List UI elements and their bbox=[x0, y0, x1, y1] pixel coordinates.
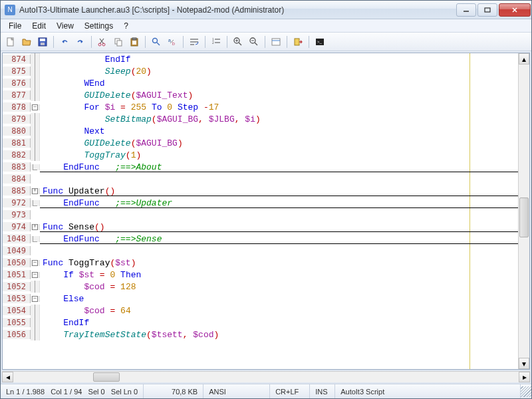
close-button[interactable] bbox=[499, 3, 531, 17]
fold-gutter[interactable] bbox=[31, 281, 40, 293]
code-text[interactable]: Sleep(20) bbox=[40, 66, 518, 76]
code-text[interactable]: SetBitmap($AGUI_BG, $JLBG, $i) bbox=[40, 114, 518, 124]
code-text[interactable]: $cod = 64 bbox=[40, 306, 518, 316]
code-line[interactable]: 879 SetBitmap($AGUI_BG, $JLBG, $i) bbox=[3, 113, 518, 125]
code-line[interactable]: 1050−Func ToggTray($st) bbox=[3, 257, 518, 269]
code-line[interactable]: 885+Func Updater() bbox=[3, 185, 518, 197]
code-text[interactable]: Func ToggTray($st) bbox=[40, 258, 518, 268]
scroll-track-h[interactable] bbox=[13, 372, 519, 382]
status-encoding[interactable]: ANSI bbox=[203, 384, 270, 398]
menu-help[interactable]: ? bbox=[118, 20, 134, 32]
code-text[interactable]: If $st = 0 Then bbox=[40, 270, 518, 280]
code-line[interactable]: 1048 EndFunc ;==>Sense bbox=[3, 233, 518, 245]
code-area[interactable]: 874 EndIf875 Sleep(20)876 WEnd877 GUIDel… bbox=[3, 53, 518, 369]
code-text[interactable]: EndIf bbox=[40, 55, 518, 65]
fold-gutter[interactable] bbox=[31, 149, 40, 161]
fold-gutter[interactable] bbox=[31, 164, 40, 170]
fold-gutter[interactable] bbox=[31, 65, 40, 77]
scheme-button[interactable] bbox=[269, 35, 283, 49]
code-text[interactable]: $cod = 128 bbox=[40, 282, 518, 292]
fold-gutter[interactable]: − bbox=[31, 260, 40, 266]
minimize-button[interactable] bbox=[456, 3, 476, 17]
resize-grip[interactable] bbox=[521, 386, 531, 397]
redo-button[interactable] bbox=[73, 35, 88, 49]
code-text[interactable]: Func Sense() bbox=[40, 222, 518, 232]
status-ovr[interactable]: INS bbox=[310, 384, 335, 398]
fold-gutter[interactable] bbox=[31, 113, 40, 125]
code-text[interactable]: GUIDelete($AGUI_BG) bbox=[40, 138, 518, 148]
undo-button[interactable] bbox=[57, 35, 72, 49]
code-line[interactable]: 1053− Else bbox=[3, 293, 518, 305]
linenum-button[interactable]: 12 bbox=[209, 35, 223, 49]
code-line[interactable]: 874 EndIf bbox=[3, 53, 518, 65]
code-line[interactable]: 974+Func Sense() bbox=[3, 221, 518, 233]
code-line[interactable]: 876 WEnd bbox=[3, 77, 518, 89]
fold-gutter[interactable] bbox=[31, 317, 40, 329]
code-line[interactable]: 1049 bbox=[3, 245, 518, 257]
status-size[interactable]: 70,8 KB bbox=[144, 384, 203, 398]
fold-gutter[interactable] bbox=[31, 137, 40, 149]
code-line[interactable]: 1051− If $st = 0 Then bbox=[3, 269, 518, 281]
titlebar[interactable]: N AutoIT3-Ultimate Launcher.au3 [C:\scri… bbox=[1, 1, 531, 19]
code-text[interactable]: EndFunc ;==>Sense bbox=[40, 234, 518, 244]
fold-gutter[interactable] bbox=[31, 200, 40, 206]
wordwrap-button[interactable] bbox=[187, 35, 201, 49]
horizontal-scrollbar[interactable]: ◂ ▸ bbox=[2, 371, 530, 382]
zoom-out-button[interactable] bbox=[247, 35, 261, 49]
code-line[interactable]: 880 Next bbox=[3, 125, 518, 137]
code-line[interactable]: 875 Sleep(20) bbox=[3, 65, 518, 77]
fold-collapse-icon[interactable]: − bbox=[32, 296, 38, 302]
code-line[interactable]: 1056 TrayItemSetState($tsett, $cod) bbox=[3, 329, 518, 340]
code-line[interactable]: 884 bbox=[3, 173, 518, 185]
fold-collapse-icon[interactable]: − bbox=[32, 272, 38, 278]
scroll-right-button[interactable]: ▸ bbox=[519, 372, 530, 382]
code-line[interactable]: 883 EndFunc ;==>About bbox=[3, 161, 518, 173]
paste-button[interactable] bbox=[127, 35, 142, 49]
fold-collapse-icon[interactable]: − bbox=[32, 104, 38, 110]
zoom-in-button[interactable] bbox=[231, 35, 245, 49]
code-line[interactable]: 878− For $i = 255 To 0 Step -17 bbox=[3, 101, 518, 113]
scroll-down-button[interactable]: ▾ bbox=[519, 358, 529, 369]
code-text[interactable]: GUIDelete($AGUI_Text) bbox=[40, 90, 518, 100]
code-line[interactable]: 877 GUIDelete($AGUI_Text) bbox=[3, 89, 518, 101]
new-file-button[interactable] bbox=[3, 35, 18, 49]
fold-gutter[interactable]: + bbox=[31, 224, 40, 230]
code-line[interactable]: 1052 $cod = 128 bbox=[3, 281, 518, 293]
menu-file[interactable]: File bbox=[3, 20, 27, 32]
code-text[interactable]: Next bbox=[40, 126, 518, 136]
maximize-button[interactable] bbox=[477, 3, 497, 17]
code-line[interactable]: 1054 $cod = 64 bbox=[3, 305, 518, 317]
code-text[interactable]: TrayItemSetState($tsett, $cod) bbox=[40, 330, 518, 340]
menu-settings[interactable]: Settings bbox=[79, 20, 118, 32]
fold-gutter[interactable]: − bbox=[31, 104, 40, 110]
fold-gutter[interactable]: + bbox=[31, 188, 40, 194]
fold-gutter[interactable]: − bbox=[31, 296, 40, 302]
exit-button[interactable] bbox=[291, 35, 305, 49]
code-text[interactable]: For $i = 255 To 0 Step -17 bbox=[40, 102, 518, 112]
fold-collapse-icon[interactable]: − bbox=[32, 260, 38, 266]
fold-gutter[interactable] bbox=[31, 236, 40, 242]
scroll-left-button[interactable]: ◂ bbox=[2, 372, 13, 382]
code-text[interactable]: Else bbox=[40, 294, 518, 304]
fold-gutter[interactable] bbox=[31, 329, 40, 340]
status-eol[interactable]: CR+LF bbox=[270, 384, 310, 398]
save-button[interactable] bbox=[35, 35, 50, 49]
fold-gutter[interactable] bbox=[31, 89, 40, 101]
scroll-thumb-h[interactable] bbox=[93, 372, 120, 382]
code-line[interactable]: 881 GUIDelete($AGUI_BG) bbox=[3, 137, 518, 149]
code-line[interactable]: 882 ToggTray(1) bbox=[3, 149, 518, 161]
status-language[interactable]: AutoIt3 Script bbox=[335, 384, 521, 398]
fold-gutter[interactable] bbox=[31, 53, 40, 65]
status-position[interactable]: Ln 1 / 1.988 Col 1 / 94 Sel 0 Sel Ln 0 bbox=[1, 384, 144, 398]
replace-button[interactable]: ab bbox=[165, 35, 180, 49]
fold-expand-icon[interactable]: + bbox=[32, 224, 38, 230]
cut-button[interactable] bbox=[95, 35, 110, 49]
vertical-scrollbar[interactable]: ▴ ▾ bbox=[518, 53, 529, 369]
menu-edit[interactable]: Edit bbox=[27, 20, 51, 32]
menu-view[interactable]: View bbox=[51, 20, 79, 32]
copy-button[interactable] bbox=[111, 35, 126, 49]
code-text[interactable]: EndIf bbox=[40, 318, 518, 328]
code-text[interactable]: WEnd bbox=[40, 78, 518, 88]
scroll-thumb[interactable] bbox=[519, 198, 529, 237]
fold-gutter[interactable]: − bbox=[31, 272, 40, 278]
